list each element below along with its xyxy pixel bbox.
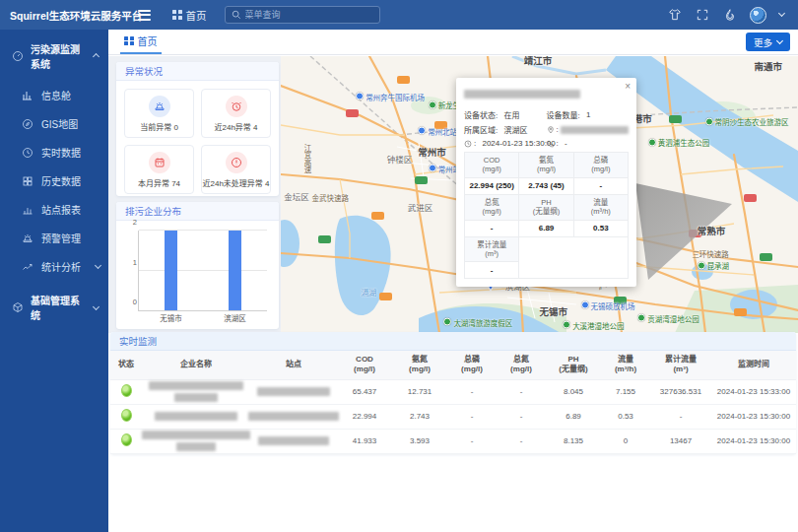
column-header: 监测时间 (711, 351, 796, 379)
calendar-icon (149, 152, 170, 173)
app-window: Squirrel生态环境云服务平台 首页 污染源监测系 (0, 0, 798, 532)
sidebar-section-pollution-monitoring[interactable]: 污染源监测系统 (0, 30, 108, 81)
topbar: Squirrel生态环境云服务平台 首页 (0, 0, 798, 30)
sidebar-section-base-management[interactable]: 基础管理系统 (0, 281, 108, 332)
theme-skin-icon[interactable] (667, 8, 682, 23)
siren-icon (149, 96, 170, 117)
sidebar-item-7[interactable]: 统计分析 (0, 252, 108, 281)
status-indicator (121, 433, 132, 446)
metric-value: - (465, 262, 519, 279)
column-header: 站点 (250, 351, 337, 379)
breadcrumb[interactable]: 首页 (172, 8, 207, 23)
sidebar-item-5[interactable]: 站点报表 (0, 195, 108, 224)
device-count-label: 设备数量: (547, 109, 580, 120)
redacted-site-name (252, 387, 335, 396)
tab-home[interactable]: 首页 (120, 30, 162, 54)
home-grid-icon (124, 36, 134, 46)
home-grid-icon (172, 10, 182, 20)
menu-item-icon (22, 90, 33, 101)
close-icon[interactable]: × (625, 82, 631, 92)
sidebar-item-1[interactable]: 信息舱 (0, 81, 108, 109)
cum-flow-value: 327636.531 (650, 379, 711, 404)
panel-title: 实时监测 (110, 332, 796, 351)
nh3n-value: 3.593 (392, 429, 447, 453)
table-row[interactable]: 22.9942.743--6.890.53-2024-01-23 15:30:0… (110, 404, 796, 429)
table-row[interactable]: 65.43712.731--8.0457.155327636.5312024-0… (110, 379, 796, 404)
bar-chart: 012无锡市滨湖区 (124, 225, 271, 327)
bar-无锡市 (165, 231, 177, 310)
redacted-station-title (464, 90, 580, 99)
device-count-value: 1 (586, 110, 590, 119)
column-header: COD(mg/l) (337, 351, 392, 379)
column-header: 状态 (110, 351, 142, 379)
column-header: 累计流量(m³) (650, 351, 711, 379)
sidebar-item-2[interactable]: GIS地图 (0, 109, 108, 138)
x-tick: 无锡市 (160, 312, 182, 323)
tab-bar: 首页 更多 (108, 30, 798, 55)
metric-header: 流量(m³/h) (573, 194, 628, 220)
enterprise-distribution-panel: 排污企业分布 012无锡市滨湖区 (116, 202, 279, 329)
stat-label: 本月异常 74 (138, 177, 180, 188)
chevron-down-icon[interactable] (778, 10, 785, 17)
status-indicator (121, 384, 132, 397)
monitor-time: 2024-01-23 15:30:00 (711, 404, 796, 429)
sidebar: 污染源监测系统 信息舱GIS地图实时数据历史数据站点报表预警管理统计分析 基础管… (0, 30, 108, 532)
hamburger-menu-icon[interactable] (138, 10, 151, 21)
sidebar-item-3[interactable]: 实时数据 (0, 138, 108, 166)
x-tick: 滨湖区 (224, 312, 246, 323)
region-value: 滨湖区 (503, 124, 527, 135)
main-content: 首页 更多 异常状况 当前异常 0近24h异常 4本月异常 74近24h未处理异… (108, 30, 798, 532)
sidebar-item-6[interactable]: 预警管理 (0, 224, 108, 252)
metric-value: 6.89 (519, 220, 573, 236)
popup-metrics-table: COD(mg/l)氨氮(mg/l)总磷(mg/l)22.994 (250)2.7… (464, 152, 629, 279)
device-status-label: 设备状态: (464, 109, 498, 120)
chevron-up-icon (93, 52, 100, 59)
stat-label: 当前异常 0 (140, 121, 178, 132)
monitor-time: 2024-01-23 15:30:00 (711, 429, 796, 453)
nh3n-value: 2.743 (392, 404, 447, 429)
metric-header: PH(无量纲) (519, 194, 573, 220)
menu-item-icon (22, 261, 33, 273)
flame-icon[interactable] (722, 8, 737, 23)
chevron-down-icon (93, 302, 100, 309)
chevron-down-icon (776, 36, 783, 43)
station-info-popup: × 设备状态: 在用 设备数量: 1 所属区域: 滨湖区 : (456, 78, 636, 287)
cod-value: 65.437 (337, 379, 392, 404)
location-pin-icon (547, 126, 555, 134)
redacted-company-name (144, 412, 248, 421)
panel-title: 异常状况 (116, 62, 279, 81)
flow-value: 0 (601, 429, 650, 453)
fullscreen-icon[interactable] (695, 8, 709, 23)
nh3n-value: 12.731 (392, 379, 447, 404)
y-tick: 2 (127, 218, 137, 227)
user-avatar[interactable] (750, 7, 766, 24)
popup-datetime: 2024-01-23 15:30:00 (482, 139, 555, 148)
sidebar-item-4[interactable]: 历史数据 (0, 166, 108, 195)
tp-value: - (447, 404, 497, 429)
redacted-company-name (144, 431, 248, 451)
realtime-table: 状态企业名称站点COD(mg/l)氨氮(mg/l)总磷(mg/l)总氮(mg/l… (110, 351, 796, 454)
ph-value: 8.135 (546, 429, 601, 453)
redacted-address (561, 126, 629, 134)
dashboard-top-region: 异常状况 当前异常 0近24h异常 4本月异常 74近24h未处理异常 4 排污… (108, 56, 798, 333)
bar-滨湖区 (229, 231, 241, 310)
metric-header: COD(mg/l) (465, 153, 519, 178)
map-canvas[interactable]: 靖江市南通市常州奔牛国际机场新龙生态林常州北站常州市钟楼区常州站武进区金坛区金武… (281, 56, 798, 333)
phone-icon (547, 140, 555, 148)
more-button[interactable]: 更多 (746, 33, 790, 51)
table-row[interactable]: 41.9333.593--8.1350134672024-01-23 15:30… (110, 429, 796, 453)
column-header: PH(无量纲) (546, 351, 601, 379)
column-header: 企业名称 (142, 351, 250, 379)
search-input[interactable] (245, 10, 373, 20)
metric-header: 总磷(mg/l) (573, 153, 628, 178)
y-tick: 1 (127, 258, 137, 267)
metric-value: 22.994 (250) (465, 177, 519, 194)
metric-value: - (465, 220, 519, 236)
menu-search[interactable] (225, 6, 380, 24)
metric-value: - (573, 177, 628, 194)
tn-value: - (497, 429, 546, 453)
ph-value: 8.045 (546, 379, 601, 404)
redacted-site-name (252, 436, 335, 445)
cod-value: 41.933 (337, 429, 392, 453)
region-label: 所属区域: (464, 124, 498, 135)
